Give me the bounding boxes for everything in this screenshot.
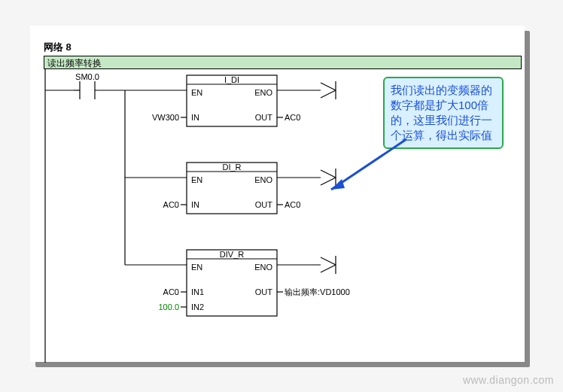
svg-text:AC0: AC0: [285, 200, 300, 209]
block-i-di: I_DI EN ENO IN OUT VW300 AC0: [125, 75, 336, 126]
network-label: 网络 8: [44, 39, 522, 56]
annotation-callout: 我们读出的变频器的 数字都是扩大100倍 的，这里我们进行一 个运算，得出实际值: [383, 77, 504, 149]
svg-text:OUT: OUT: [255, 113, 273, 122]
svg-text:VW300: VW300: [152, 113, 179, 122]
svg-text:100.0: 100.0: [158, 302, 179, 311]
svg-text:SM0.0: SM0.0: [75, 72, 99, 81]
svg-text:ENO: ENO: [254, 175, 272, 184]
svg-line-20: [321, 83, 336, 90]
block-di-r: DI_R EN ENO IN OUT AC0 AC0: [125, 163, 336, 214]
callout-line2c: 倍: [477, 99, 488, 111]
svg-text:IN1: IN1: [191, 287, 204, 296]
svg-text:DI_R: DI_R: [222, 163, 241, 172]
block-div-r: DIV_R EN ENO IN1 IN2 OUT AC0 100.0 输出频率:…: [125, 250, 350, 316]
svg-text:EN: EN: [191, 263, 202, 272]
svg-text:输出频率:VD1000: 输出频率:VD1000: [285, 287, 350, 296]
svg-text:IN2: IN2: [191, 302, 204, 311]
not-terminator-2: [321, 169, 336, 187]
svg-text:ENO: ENO: [254, 263, 272, 272]
svg-text:DIV_R: DIV_R: [220, 250, 244, 259]
svg-text:AC0: AC0: [163, 200, 179, 209]
svg-text:IN: IN: [191, 200, 199, 209]
network-comment: 读出频率转换: [44, 56, 522, 69]
svg-line-36: [321, 170, 336, 178]
svg-text:AC0: AC0: [163, 287, 179, 296]
svg-text:OUT: OUT: [255, 200, 273, 209]
svg-text:OUT: OUT: [255, 287, 273, 296]
not-terminator-1: [321, 81, 336, 99]
watermark: www.diangon.com: [463, 374, 554, 386]
callout-line2b: 100: [458, 99, 477, 111]
callout-line2a: 数字都是扩大: [391, 99, 458, 111]
svg-line-37: [321, 178, 336, 185]
callout-line4: 个运算，得出实际值: [391, 129, 492, 141]
not-terminator-3: [321, 256, 336, 274]
svg-line-56: [321, 265, 336, 272]
callout-line3: 的，这里我们进行一: [391, 114, 492, 126]
svg-text:I_DI: I_DI: [224, 75, 239, 84]
svg-text:EN: EN: [191, 88, 202, 97]
svg-text:IN: IN: [191, 113, 199, 122]
contact-sm0-0: SM0.0: [74, 72, 125, 99]
svg-text:EN: EN: [191, 175, 202, 184]
svg-line-21: [321, 90, 336, 98]
svg-text:AC0: AC0: [285, 113, 300, 122]
svg-line-55: [321, 257, 336, 265]
svg-text:ENO: ENO: [254, 88, 272, 97]
callout-line1: 我们读出的变频器的: [391, 84, 492, 96]
